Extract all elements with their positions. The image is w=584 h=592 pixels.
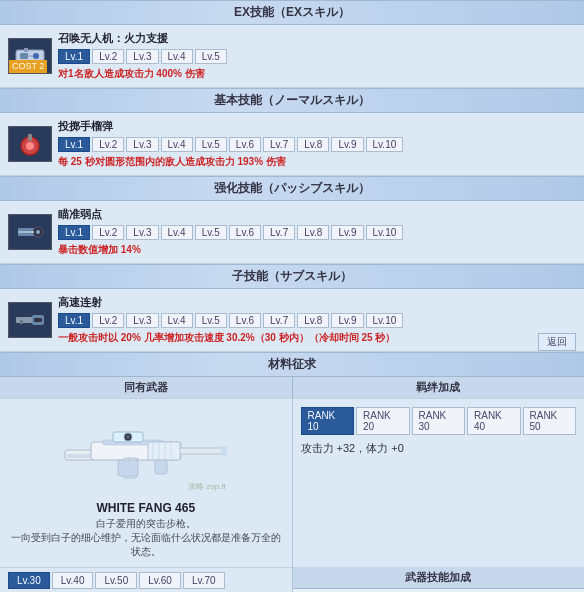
basic-desc-pre: 每 25 秒对圆形范围内的敌人造成攻击力 [58, 156, 237, 167]
level-cell-0[interactable]: Lv.1 [58, 49, 90, 64]
level-cell-3[interactable]: Lv.4 [161, 49, 193, 64]
svg-rect-4 [24, 48, 28, 52]
sub-skill-level-bar[interactable]: Lv.1Lv.2Lv.3Lv.4Lv.5Lv.6Lv.7Lv.8Lv.9Lv.1… [58, 313, 576, 328]
level-cell-1[interactable]: RANK 20 [356, 407, 410, 435]
basic-skill-level-bar[interactable]: Lv.1Lv.2Lv.3Lv.4Lv.5Lv.6Lv.7Lv.8Lv.9Lv.1… [58, 137, 576, 152]
svg-point-2 [33, 53, 39, 59]
svg-point-26 [126, 435, 130, 439]
basic-skill-section: 基本技能（ノーマルスキル） 投掷手榴弹 Lv.1Lv.2Lv.3Lv.4Lv.5… [0, 88, 584, 176]
level-cell-1[interactable]: Lv.40 [52, 572, 94, 589]
level-cell-1[interactable]: Lv.2 [92, 225, 124, 240]
passive-skill-content: 瞄准弱点 Lv.1Lv.2Lv.3Lv.4Lv.5Lv.6Lv.7Lv.8Lv.… [58, 207, 576, 257]
level-cell-3[interactable]: Lv.4 [161, 137, 193, 152]
sub-skill-section: 子技能（サブスキル） 高速连射 Lv.1Lv.2Lv.3Lv.4Lv.5Lv.6… [0, 264, 584, 352]
level-cell-4[interactable]: Lv.5 [195, 313, 227, 328]
svg-rect-22 [118, 460, 138, 476]
level-cell-0[interactable]: Lv.1 [58, 313, 90, 328]
ex-desc-value: 400% [156, 68, 182, 79]
level-cell-1[interactable]: Lv.2 [92, 313, 124, 328]
level-cell-9[interactable]: Lv.10 [366, 313, 404, 328]
passive-skill-desc: 暴击数值增加 14% [58, 243, 576, 257]
svg-rect-20 [221, 446, 227, 456]
level-cell-9[interactable]: Lv.10 [366, 137, 404, 152]
level-cell-6[interactable]: Lv.7 [263, 137, 295, 152]
ex-skill-desc: 对1名敌人造成攻击力 400% 伤害 [58, 67, 576, 81]
passive-skill-header: 强化技能（パッシブスキル） [0, 176, 584, 201]
level-cell-0[interactable]: RANK 10 [301, 407, 355, 435]
revert-button[interactable]: 返回 [538, 333, 576, 351]
basic-skill-name: 投掷手榴弹 [58, 119, 576, 134]
level-cell-5[interactable]: Lv.6 [229, 313, 261, 328]
level-cell-1[interactable]: Lv.2 [92, 49, 124, 64]
ex-skill-content: 召唤无人机：火力支援 Lv.1Lv.2Lv.3Lv.4Lv.5 对1名敌人造成攻… [58, 31, 576, 81]
lv-upgrade-bar[interactable]: Lv.30Lv.40Lv.50Lv.60Lv.70 [8, 572, 284, 589]
svg-rect-32 [155, 460, 167, 474]
level-cell-7[interactable]: Lv.8 [297, 225, 329, 240]
level-cell-4[interactable]: RANK 50 [523, 407, 577, 435]
level-cell-0[interactable]: Lv.1 [58, 137, 90, 152]
bonus-text: 攻击力 +32，体力 +0 [301, 441, 577, 456]
level-cell-4[interactable]: Lv.70 [183, 572, 225, 589]
level-cell-2[interactable]: Lv.3 [126, 225, 158, 240]
weapon-image [63, 412, 228, 492]
cost-badge: COST 2 [9, 60, 47, 73]
basic-desc-value: 193% [237, 156, 263, 167]
level-cell-9[interactable]: Lv.10 [366, 225, 404, 240]
level-cell-0[interactable]: Lv.30 [8, 572, 50, 589]
svg-rect-11 [18, 231, 34, 233]
passive-skill-name: 瞄准弱点 [58, 207, 576, 222]
weapon-sub1: 白子爱用的突击步枪。 [96, 517, 196, 531]
materials-body: 同有武器 羁绊加成 [0, 377, 584, 567]
svg-rect-6 [28, 134, 32, 141]
ex-skill-header: EX技能（EXスキル） [0, 0, 584, 25]
level-cell-3[interactable]: Lv.4 [161, 313, 193, 328]
sub-desc-post: （30 秒内）（冷却时间 25 秒） [255, 332, 396, 343]
ex-skill-level-bar[interactable]: Lv.1Lv.2Lv.3Lv.4Lv.5 [58, 49, 576, 64]
basic-skill-header: 基本技能（ノーマルスキル） [0, 88, 584, 113]
level-cell-8[interactable]: Lv.9 [331, 313, 363, 328]
level-cell-4[interactable]: Lv.5 [195, 137, 227, 152]
materials-section: 材料征求 返回 同有武器 羁绊加成 [0, 352, 584, 567]
level-upgrade-row: Lv.30Lv.40Lv.50Lv.60Lv.70 攻击力 +446，体力 +2… [0, 567, 292, 592]
level-cell-2[interactable]: RANK 30 [412, 407, 466, 435]
level-cell-5[interactable]: Lv.6 [229, 225, 261, 240]
level-cell-2[interactable]: Lv.3 [126, 49, 158, 64]
level-cell-8[interactable]: Lv.9 [331, 137, 363, 152]
weapon-image-area: 攻略 zop.ff [61, 407, 231, 497]
level-cell-2[interactable]: Lv.50 [95, 572, 137, 589]
level-cell-6[interactable]: Lv.7 [263, 313, 295, 328]
level-cell-2[interactable]: Lv.3 [126, 137, 158, 152]
level-cell-4[interactable]: Lv.5 [195, 225, 227, 240]
level-cell-7[interactable]: Lv.8 [297, 137, 329, 152]
level-cell-0[interactable]: Lv.1 [58, 225, 90, 240]
weapon-bonus-section: 武器技能加成 Lv.1Lv.2Lv.3Lv.4Lv.5Lv.6Lv.7Lv.8L… [293, 567, 585, 592]
ex-skill-icon: COST 2 [8, 38, 52, 74]
weapon-bonus-header: 武器技能加成 [293, 567, 585, 589]
level-cell-6[interactable]: Lv.7 [263, 225, 295, 240]
level-cell-8[interactable]: Lv.9 [331, 225, 363, 240]
level-cell-7[interactable]: Lv.8 [297, 313, 329, 328]
level-cell-1[interactable]: Lv.2 [92, 137, 124, 152]
rank-bar[interactable]: RANK 10RANK 20RANK 30RANK 40RANK 50 [301, 407, 577, 435]
materials-col-headers: 同有武器 羁绊加成 [0, 377, 584, 399]
svg-rect-14 [34, 318, 42, 322]
svg-point-7 [26, 142, 34, 150]
svg-point-10 [36, 230, 40, 234]
basic-skill-row: 投掷手榴弹 Lv.1Lv.2Lv.3Lv.4Lv.5Lv.6Lv.7Lv.8Lv… [0, 113, 584, 176]
sub-skill-icon [8, 302, 52, 338]
ex-skill-name: 召唤无人机：火力支援 [58, 31, 576, 46]
svg-rect-19 [178, 448, 223, 454]
sub-skill-row: 高速连射 Lv.1Lv.2Lv.3Lv.4Lv.5Lv.6Lv.7Lv.8Lv.… [0, 289, 584, 352]
svg-rect-17 [67, 454, 93, 458]
level-cell-3[interactable]: Lv.60 [139, 572, 181, 589]
sub-skill-desc: 一般攻击时以 20% 几率增加攻击速度 30.2%（30 秒内）（冷却时间 25… [58, 331, 576, 345]
level-cell-3[interactable]: RANK 40 [467, 407, 521, 435]
level-cell-5[interactable]: Lv.6 [229, 137, 261, 152]
passive-skill-level-bar[interactable]: Lv.1Lv.2Lv.3Lv.4Lv.5Lv.6Lv.7Lv.8Lv.9Lv.1… [58, 225, 576, 240]
level-cell-4[interactable]: Lv.5 [195, 49, 227, 64]
level-cell-2[interactable]: Lv.3 [126, 313, 158, 328]
basic-skill-desc: 每 25 秒对圆形范围内的敌人造成攻击力 193% 伤害 [58, 155, 576, 169]
weapon-col-header: 同有武器 [0, 377, 293, 398]
materials-title: 材料征求 [268, 357, 316, 371]
level-cell-3[interactable]: Lv.4 [161, 225, 193, 240]
